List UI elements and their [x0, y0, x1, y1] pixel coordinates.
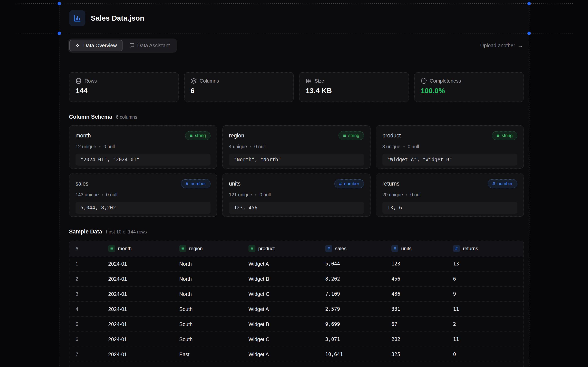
stat-label: Rows — [85, 78, 97, 84]
guide-line-top — [15, 3, 573, 4]
unique-count: 4 unique — [229, 144, 247, 150]
cell-month: 2024-01 — [108, 291, 179, 297]
stats-row: Rows 144 Columns 6 — [69, 72, 524, 102]
type-label: number — [191, 181, 206, 186]
schema-card-month: month ≡ string 12 unique 0 null "2024-01… — [69, 125, 217, 169]
guide-line-left — [59, 0, 60, 367]
selection-handle-bottom-right[interactable] — [527, 32, 531, 35]
type-badge-number: # number — [488, 179, 517, 188]
column-meta: 12 unique 0 null — [76, 144, 210, 150]
string-type-icon: ≡ — [343, 133, 346, 138]
cell-month: 2024-01 — [108, 321, 179, 327]
stat-label: Completeness — [430, 78, 461, 84]
pie-chart-icon — [421, 78, 427, 84]
cell-units: 123 — [391, 261, 453, 267]
number-type-icon: # — [453, 245, 460, 252]
stat-card-completeness: Completeness 100.0% — [414, 72, 524, 102]
main-content: Rows 144 Columns 6 — [59, 72, 529, 367]
header-label: product — [258, 246, 275, 251]
cell-product: Widget B — [249, 276, 325, 282]
cell-region: East — [179, 351, 249, 358]
selection-handle-top-right[interactable] — [527, 2, 531, 5]
cell-month: 2024-01 — [108, 336, 179, 342]
cell-month: 2024-01 — [108, 261, 179, 267]
table-row: 1 2024-01 North Widget A 5,044 123 13 — [69, 256, 523, 271]
tab-data-overview[interactable]: Data Overview — [69, 40, 122, 51]
sparkles-icon — [75, 43, 81, 48]
cell-returns: 11 — [453, 336, 523, 342]
null-count: 0 null — [254, 144, 266, 150]
selection-handle-bottom-left[interactable] — [58, 32, 61, 35]
header-returns: # returns — [453, 245, 523, 252]
cell-month: 2024-01 — [108, 351, 179, 358]
schema-card-sales: sales # number 143 unique 0 null 5,044, … — [69, 174, 217, 217]
chat-bubble-icon — [129, 43, 135, 48]
stat-card-columns: Columns 6 — [184, 72, 294, 102]
cell-product: Widget C — [249, 336, 325, 342]
cell-sales: 8,202 — [325, 276, 391, 282]
tab-label: Data Assistant — [137, 43, 170, 49]
section-title: Sample Data — [69, 229, 102, 235]
table-row: 6 2024-01 South Widget C 3,071 202 11 — [69, 332, 523, 347]
layers-icon — [191, 78, 197, 84]
cell-product: Widget C — [249, 291, 325, 297]
header-label: sales — [335, 246, 346, 251]
header-label: month — [118, 246, 132, 251]
header-label: units — [401, 246, 412, 251]
type-badge-string: ≡ string — [185, 131, 211, 140]
header-region: ≡ region — [179, 245, 249, 252]
table-body: 1 2024-01 North Widget A 5,044 123 13 2 … — [69, 256, 523, 367]
table-row: 3 2024-01 North Widget C 7,109 486 9 — [69, 286, 523, 301]
cell-sales: 5,044 — [325, 261, 391, 267]
unique-count: 12 unique — [76, 144, 96, 150]
file-viewer-panel: Sales Data.json Data Overview Da — [59, 0, 529, 367]
cell-units: 67 — [391, 321, 453, 327]
header-index: # — [76, 246, 108, 251]
cell-returns: 2 — [453, 321, 523, 327]
cell-product: Widget A — [249, 261, 325, 267]
cell-region: North — [179, 261, 249, 267]
column-name: sales — [76, 181, 88, 187]
arrow-right-icon: → — [518, 42, 523, 49]
guide-line-bottom — [15, 33, 573, 33]
header-month: ≡ month — [108, 245, 179, 252]
header-sales: # sales — [325, 245, 391, 252]
cell-sales: 7,109 — [325, 291, 391, 297]
header-label: returns — [463, 246, 478, 251]
number-type-icon: # — [391, 245, 398, 252]
type-badge-number: # number — [181, 179, 210, 188]
schema-grid: month ≡ string 12 unique 0 null "2024-01… — [69, 125, 524, 217]
string-type-icon: ≡ — [108, 245, 115, 252]
column-meta: 143 unique 0 null — [76, 192, 210, 198]
unique-count: 143 unique — [76, 192, 99, 198]
column-meta: 20 unique 0 null — [382, 192, 517, 198]
selection-handle-top-left[interactable] — [58, 2, 61, 5]
column-name: product — [382, 133, 401, 139]
null-count: 0 null — [259, 192, 271, 198]
upload-another-link[interactable]: Upload another → — [480, 42, 523, 49]
cell-units: 486 — [391, 291, 453, 297]
stat-value: 144 — [76, 87, 172, 95]
sample-values: 123, 456 — [229, 202, 364, 214]
table-header-row: # ≡ month ≡ region ≡ product # sales — [69, 241, 523, 256]
number-type-icon: # — [325, 245, 332, 252]
dot-separator — [255, 194, 256, 196]
section-subtitle: 6 columns — [116, 114, 138, 120]
schema-card-region: region ≡ string 4 unique 0 null "North",… — [222, 125, 370, 169]
cell-index: 5 — [76, 321, 108, 327]
schema-card-returns: returns # number 20 unique 0 null 13, 6 — [376, 174, 524, 217]
cell-returns: 11 — [453, 306, 523, 312]
header-label: region — [189, 246, 203, 251]
cell-index: 3 — [76, 291, 108, 297]
header-units: # units — [391, 245, 453, 252]
cell-product: Widget A — [249, 306, 325, 312]
tab-data-assistant[interactable]: Data Assistant — [123, 40, 176, 51]
cell-index: 7 — [76, 351, 108, 357]
string-type-icon: ≡ — [249, 245, 255, 252]
tab-label: Data Overview — [83, 43, 117, 49]
stat-value: 13.4 KB — [306, 87, 402, 95]
number-type-icon: # — [493, 181, 495, 186]
column-name: region — [229, 133, 244, 139]
column-meta: 4 unique 0 null — [229, 144, 364, 150]
sample-values: "2024-01", "2024-01" — [76, 154, 210, 166]
